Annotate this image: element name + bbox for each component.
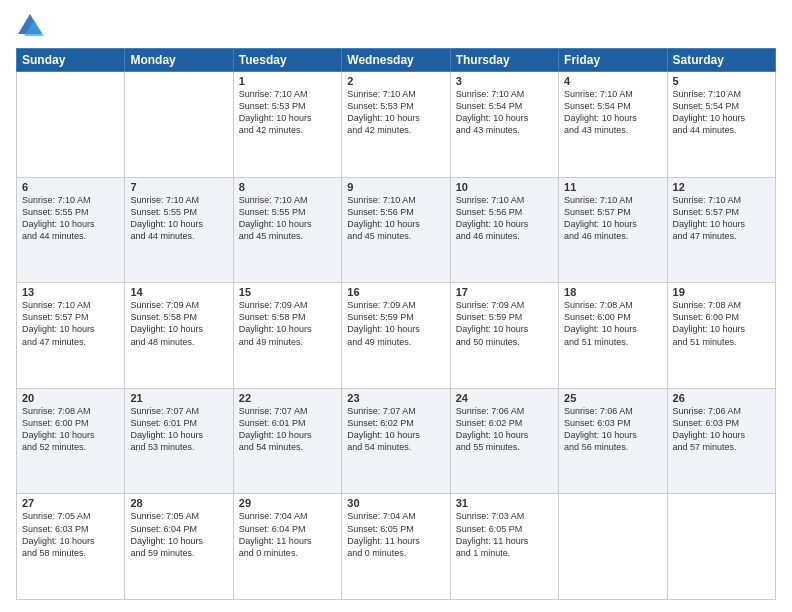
calendar-cell: 2Sunrise: 7:10 AM Sunset: 5:53 PM Daylig…: [342, 72, 450, 178]
calendar-table: SundayMondayTuesdayWednesdayThursdayFrid…: [16, 48, 776, 600]
cell-info: Sunrise: 7:08 AM Sunset: 6:00 PM Dayligh…: [564, 299, 661, 348]
day-number: 9: [347, 181, 444, 193]
day-number: 17: [456, 286, 553, 298]
day-number: 28: [130, 497, 227, 509]
day-number: 26: [673, 392, 770, 404]
weekday-header-friday: Friday: [559, 49, 667, 72]
day-number: 29: [239, 497, 336, 509]
day-number: 20: [22, 392, 119, 404]
calendar-cell: 25Sunrise: 7:06 AM Sunset: 6:03 PM Dayli…: [559, 388, 667, 494]
calendar-week-3: 13Sunrise: 7:10 AM Sunset: 5:57 PM Dayli…: [17, 283, 776, 389]
logo: [16, 12, 48, 40]
day-number: 15: [239, 286, 336, 298]
cell-info: Sunrise: 7:10 AM Sunset: 5:53 PM Dayligh…: [347, 88, 444, 137]
day-number: 4: [564, 75, 661, 87]
calendar-cell: [125, 72, 233, 178]
cell-info: Sunrise: 7:06 AM Sunset: 6:02 PM Dayligh…: [456, 405, 553, 454]
day-number: 1: [239, 75, 336, 87]
cell-info: Sunrise: 7:09 AM Sunset: 5:58 PM Dayligh…: [239, 299, 336, 348]
calendar-cell: 31Sunrise: 7:03 AM Sunset: 6:05 PM Dayli…: [450, 494, 558, 600]
weekday-header-thursday: Thursday: [450, 49, 558, 72]
cell-info: Sunrise: 7:10 AM Sunset: 5:54 PM Dayligh…: [673, 88, 770, 137]
calendar-cell: 26Sunrise: 7:06 AM Sunset: 6:03 PM Dayli…: [667, 388, 775, 494]
day-number: 11: [564, 181, 661, 193]
cell-info: Sunrise: 7:04 AM Sunset: 6:04 PM Dayligh…: [239, 510, 336, 559]
calendar-cell: 9Sunrise: 7:10 AM Sunset: 5:56 PM Daylig…: [342, 177, 450, 283]
calendar-cell: 15Sunrise: 7:09 AM Sunset: 5:58 PM Dayli…: [233, 283, 341, 389]
cell-info: Sunrise: 7:07 AM Sunset: 6:02 PM Dayligh…: [347, 405, 444, 454]
calendar-cell: 5Sunrise: 7:10 AM Sunset: 5:54 PM Daylig…: [667, 72, 775, 178]
calendar-week-2: 6Sunrise: 7:10 AM Sunset: 5:55 PM Daylig…: [17, 177, 776, 283]
calendar-cell: 7Sunrise: 7:10 AM Sunset: 5:55 PM Daylig…: [125, 177, 233, 283]
cell-info: Sunrise: 7:10 AM Sunset: 5:54 PM Dayligh…: [564, 88, 661, 137]
day-number: 23: [347, 392, 444, 404]
cell-info: Sunrise: 7:05 AM Sunset: 6:03 PM Dayligh…: [22, 510, 119, 559]
day-number: 8: [239, 181, 336, 193]
calendar-cell: 28Sunrise: 7:05 AM Sunset: 6:04 PM Dayli…: [125, 494, 233, 600]
calendar-week-4: 20Sunrise: 7:08 AM Sunset: 6:00 PM Dayli…: [17, 388, 776, 494]
weekday-header-tuesday: Tuesday: [233, 49, 341, 72]
calendar-cell: 1Sunrise: 7:10 AM Sunset: 5:53 PM Daylig…: [233, 72, 341, 178]
cell-info: Sunrise: 7:09 AM Sunset: 5:59 PM Dayligh…: [347, 299, 444, 348]
cell-info: Sunrise: 7:05 AM Sunset: 6:04 PM Dayligh…: [130, 510, 227, 559]
cell-info: Sunrise: 7:10 AM Sunset: 5:57 PM Dayligh…: [22, 299, 119, 348]
cell-info: Sunrise: 7:10 AM Sunset: 5:55 PM Dayligh…: [239, 194, 336, 243]
cell-info: Sunrise: 7:04 AM Sunset: 6:05 PM Dayligh…: [347, 510, 444, 559]
calendar-cell: 4Sunrise: 7:10 AM Sunset: 5:54 PM Daylig…: [559, 72, 667, 178]
day-number: 16: [347, 286, 444, 298]
calendar-cell: 12Sunrise: 7:10 AM Sunset: 5:57 PM Dayli…: [667, 177, 775, 283]
cell-info: Sunrise: 7:09 AM Sunset: 5:58 PM Dayligh…: [130, 299, 227, 348]
day-number: 30: [347, 497, 444, 509]
cell-info: Sunrise: 7:10 AM Sunset: 5:56 PM Dayligh…: [347, 194, 444, 243]
calendar-cell: 22Sunrise: 7:07 AM Sunset: 6:01 PM Dayli…: [233, 388, 341, 494]
calendar-cell: [17, 72, 125, 178]
weekday-header-sunday: Sunday: [17, 49, 125, 72]
calendar-cell: 20Sunrise: 7:08 AM Sunset: 6:00 PM Dayli…: [17, 388, 125, 494]
calendar-cell: 21Sunrise: 7:07 AM Sunset: 6:01 PM Dayli…: [125, 388, 233, 494]
calendar-cell: [559, 494, 667, 600]
calendar-cell: 24Sunrise: 7:06 AM Sunset: 6:02 PM Dayli…: [450, 388, 558, 494]
cell-info: Sunrise: 7:07 AM Sunset: 6:01 PM Dayligh…: [239, 405, 336, 454]
cell-info: Sunrise: 7:10 AM Sunset: 5:55 PM Dayligh…: [22, 194, 119, 243]
calendar-cell: 13Sunrise: 7:10 AM Sunset: 5:57 PM Dayli…: [17, 283, 125, 389]
day-number: 14: [130, 286, 227, 298]
calendar-cell: 27Sunrise: 7:05 AM Sunset: 6:03 PM Dayli…: [17, 494, 125, 600]
calendar-cell: 19Sunrise: 7:08 AM Sunset: 6:00 PM Dayli…: [667, 283, 775, 389]
calendar-cell: 30Sunrise: 7:04 AM Sunset: 6:05 PM Dayli…: [342, 494, 450, 600]
calendar-cell: [667, 494, 775, 600]
weekday-header-wednesday: Wednesday: [342, 49, 450, 72]
logo-icon: [16, 12, 44, 40]
day-number: 13: [22, 286, 119, 298]
day-number: 12: [673, 181, 770, 193]
day-number: 27: [22, 497, 119, 509]
cell-info: Sunrise: 7:03 AM Sunset: 6:05 PM Dayligh…: [456, 510, 553, 559]
cell-info: Sunrise: 7:06 AM Sunset: 6:03 PM Dayligh…: [564, 405, 661, 454]
weekday-header-saturday: Saturday: [667, 49, 775, 72]
day-number: 21: [130, 392, 227, 404]
weekday-header-monday: Monday: [125, 49, 233, 72]
day-number: 6: [22, 181, 119, 193]
day-number: 18: [564, 286, 661, 298]
cell-info: Sunrise: 7:10 AM Sunset: 5:55 PM Dayligh…: [130, 194, 227, 243]
day-number: 31: [456, 497, 553, 509]
cell-info: Sunrise: 7:10 AM Sunset: 5:57 PM Dayligh…: [673, 194, 770, 243]
cell-info: Sunrise: 7:10 AM Sunset: 5:54 PM Dayligh…: [456, 88, 553, 137]
calendar-cell: 11Sunrise: 7:10 AM Sunset: 5:57 PM Dayli…: [559, 177, 667, 283]
page: SundayMondayTuesdayWednesdayThursdayFrid…: [0, 0, 792, 612]
cell-info: Sunrise: 7:09 AM Sunset: 5:59 PM Dayligh…: [456, 299, 553, 348]
cell-info: Sunrise: 7:10 AM Sunset: 5:56 PM Dayligh…: [456, 194, 553, 243]
header: [16, 12, 776, 40]
day-number: 19: [673, 286, 770, 298]
calendar-cell: 10Sunrise: 7:10 AM Sunset: 5:56 PM Dayli…: [450, 177, 558, 283]
calendar-cell: 23Sunrise: 7:07 AM Sunset: 6:02 PM Dayli…: [342, 388, 450, 494]
cell-info: Sunrise: 7:06 AM Sunset: 6:03 PM Dayligh…: [673, 405, 770, 454]
calendar-cell: 14Sunrise: 7:09 AM Sunset: 5:58 PM Dayli…: [125, 283, 233, 389]
calendar-cell: 16Sunrise: 7:09 AM Sunset: 5:59 PM Dayli…: [342, 283, 450, 389]
cell-info: Sunrise: 7:10 AM Sunset: 5:57 PM Dayligh…: [564, 194, 661, 243]
calendar-cell: 6Sunrise: 7:10 AM Sunset: 5:55 PM Daylig…: [17, 177, 125, 283]
calendar-cell: 18Sunrise: 7:08 AM Sunset: 6:00 PM Dayli…: [559, 283, 667, 389]
calendar-week-1: 1Sunrise: 7:10 AM Sunset: 5:53 PM Daylig…: [17, 72, 776, 178]
calendar-header-row: SundayMondayTuesdayWednesdayThursdayFrid…: [17, 49, 776, 72]
day-number: 22: [239, 392, 336, 404]
calendar-cell: 8Sunrise: 7:10 AM Sunset: 5:55 PM Daylig…: [233, 177, 341, 283]
